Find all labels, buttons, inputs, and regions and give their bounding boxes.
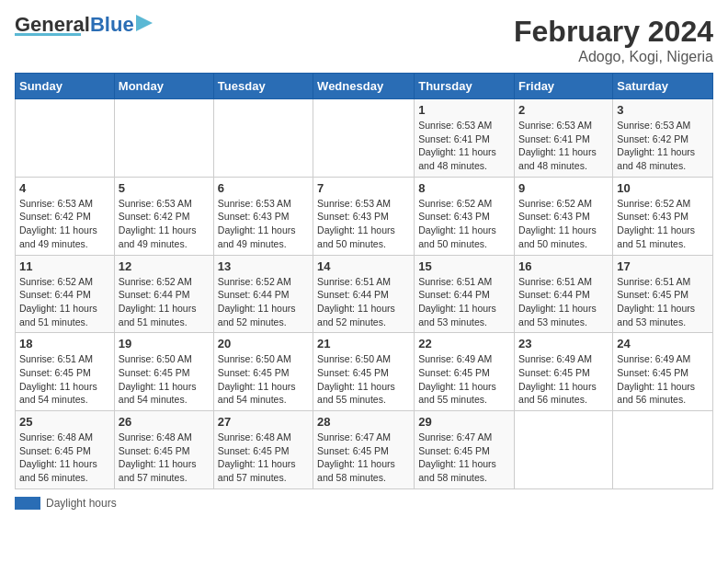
day-info: Sunrise: 6:48 AMSunset: 6:45 PMDaylight:… xyxy=(119,431,210,485)
day-info: Sunrise: 6:47 AMSunset: 6:45 PMDaylight:… xyxy=(418,431,510,485)
day-info: Sunrise: 6:51 AMSunset: 6:45 PMDaylight:… xyxy=(617,275,709,329)
day-info: Sunrise: 6:53 AMSunset: 6:43 PMDaylight:… xyxy=(317,197,410,251)
day-number: 27 xyxy=(218,415,309,429)
logo-text: GeneralBlue xyxy=(15,15,134,35)
day-info: Sunrise: 6:48 AMSunset: 6:45 PMDaylight:… xyxy=(218,431,309,485)
calendar-week-row: 25Sunrise: 6:48 AMSunset: 6:45 PMDayligh… xyxy=(16,411,713,489)
legend-label: Daylight hours xyxy=(46,497,117,510)
day-info: Sunrise: 6:51 AMSunset: 6:44 PMDaylight:… xyxy=(518,275,609,329)
calendar-cell: 7Sunrise: 6:53 AMSunset: 6:43 PMDaylight… xyxy=(313,177,415,255)
day-info: Sunrise: 6:50 AMSunset: 6:45 PMDaylight:… xyxy=(218,352,309,407)
day-number: 11 xyxy=(19,259,110,273)
day-info: Sunrise: 6:53 AMSunset: 6:42 PMDaylight:… xyxy=(119,197,210,251)
day-number: 19 xyxy=(119,337,210,350)
day-info: Sunrise: 6:47 AMSunset: 6:45 PMDaylight:… xyxy=(317,431,410,485)
calendar-cell: 23Sunrise: 6:49 AMSunset: 6:45 PMDayligh… xyxy=(515,333,613,411)
day-number: 14 xyxy=(317,259,410,273)
weekday-header: Sunday xyxy=(16,74,115,99)
day-number: 29 xyxy=(418,415,510,429)
calendar-cell: 24Sunrise: 6:49 AMSunset: 6:45 PMDayligh… xyxy=(613,333,713,411)
weekday-header: Friday xyxy=(515,74,613,99)
day-info: Sunrise: 6:49 AMSunset: 6:45 PMDaylight:… xyxy=(518,352,609,407)
day-info: Sunrise: 6:49 AMSunset: 6:45 PMDaylight:… xyxy=(418,352,510,407)
day-number: 28 xyxy=(317,415,410,429)
day-info: Sunrise: 6:48 AMSunset: 6:45 PMDaylight:… xyxy=(19,431,110,485)
day-number: 22 xyxy=(418,337,510,350)
day-info: Sunrise: 6:52 AMSunset: 6:44 PMDaylight:… xyxy=(119,275,210,329)
calendar-cell: 29Sunrise: 6:47 AMSunset: 6:45 PMDayligh… xyxy=(415,411,515,489)
day-number: 26 xyxy=(119,415,210,429)
calendar-cell: 17Sunrise: 6:51 AMSunset: 6:45 PMDayligh… xyxy=(613,255,713,333)
day-info: Sunrise: 6:49 AMSunset: 6:45 PMDaylight:… xyxy=(617,352,709,407)
calendar-cell: 19Sunrise: 6:50 AMSunset: 6:45 PMDayligh… xyxy=(114,333,213,411)
calendar-cell: 18Sunrise: 6:51 AMSunset: 6:45 PMDayligh… xyxy=(16,333,115,411)
day-number: 9 xyxy=(518,181,609,195)
calendar-cell: 4Sunrise: 6:53 AMSunset: 6:42 PMDaylight… xyxy=(16,177,115,255)
day-number: 12 xyxy=(119,259,210,273)
weekday-header: Tuesday xyxy=(213,74,313,99)
day-number: 21 xyxy=(317,337,410,350)
day-info: Sunrise: 6:52 AMSunset: 6:44 PMDaylight:… xyxy=(19,275,110,329)
calendar-cell: 26Sunrise: 6:48 AMSunset: 6:45 PMDayligh… xyxy=(114,411,213,489)
day-info: Sunrise: 6:53 AMSunset: 6:41 PMDaylight:… xyxy=(518,119,609,173)
logo-icon xyxy=(136,13,154,33)
day-number: 16 xyxy=(518,259,609,273)
calendar-week-row: 11Sunrise: 6:52 AMSunset: 6:44 PMDayligh… xyxy=(16,255,713,333)
day-number: 6 xyxy=(218,181,309,195)
day-number: 10 xyxy=(617,181,709,195)
day-number: 4 xyxy=(19,181,110,195)
calendar-cell: 25Sunrise: 6:48 AMSunset: 6:45 PMDayligh… xyxy=(16,411,115,489)
weekday-header: Wednesday xyxy=(313,74,415,99)
day-info: Sunrise: 6:51 AMSunset: 6:44 PMDaylight:… xyxy=(418,275,510,329)
calendar-cell: 9Sunrise: 6:52 AMSunset: 6:43 PMDaylight… xyxy=(515,177,613,255)
day-number: 8 xyxy=(418,181,510,195)
day-number: 15 xyxy=(418,259,510,273)
calendar-week-row: 18Sunrise: 6:51 AMSunset: 6:45 PMDayligh… xyxy=(16,333,713,411)
calendar-cell: 13Sunrise: 6:52 AMSunset: 6:44 PMDayligh… xyxy=(213,255,313,333)
calendar-cell: 14Sunrise: 6:51 AMSunset: 6:44 PMDayligh… xyxy=(313,255,415,333)
page-header: GeneralBlue February 2024 Adogo, Kogi, N… xyxy=(15,15,713,65)
logo: GeneralBlue xyxy=(15,15,154,36)
calendar-cell xyxy=(613,411,713,489)
legend: Daylight hours xyxy=(15,497,713,510)
calendar-cell: 12Sunrise: 6:52 AMSunset: 6:44 PMDayligh… xyxy=(114,255,213,333)
day-info: Sunrise: 6:51 AMSunset: 6:44 PMDaylight:… xyxy=(317,275,410,329)
calendar-cell: 28Sunrise: 6:47 AMSunset: 6:45 PMDayligh… xyxy=(313,411,415,489)
day-info: Sunrise: 6:53 AMSunset: 6:42 PMDaylight:… xyxy=(19,197,110,251)
day-number: 23 xyxy=(518,337,609,350)
calendar-cell: 20Sunrise: 6:50 AMSunset: 6:45 PMDayligh… xyxy=(213,333,313,411)
day-number: 24 xyxy=(617,337,709,350)
calendar-cell: 5Sunrise: 6:53 AMSunset: 6:42 PMDaylight… xyxy=(114,177,213,255)
day-info: Sunrise: 6:51 AMSunset: 6:45 PMDaylight:… xyxy=(19,352,110,407)
day-info: Sunrise: 6:53 AMSunset: 6:43 PMDaylight:… xyxy=(218,197,309,251)
calendar-cell xyxy=(313,99,415,178)
svg-marker-0 xyxy=(136,15,153,31)
calendar-cell: 11Sunrise: 6:52 AMSunset: 6:44 PMDayligh… xyxy=(16,255,115,333)
page-title: February 2024 xyxy=(514,15,713,49)
weekday-header: Thursday xyxy=(415,74,515,99)
calendar-cell: 3Sunrise: 6:53 AMSunset: 6:42 PMDaylight… xyxy=(613,99,713,178)
calendar-table: SundayMondayTuesdayWednesdayThursdayFrid… xyxy=(15,73,713,489)
day-number: 20 xyxy=(218,337,309,350)
calendar-cell: 6Sunrise: 6:53 AMSunset: 6:43 PMDaylight… xyxy=(213,177,313,255)
title-block: February 2024 Adogo, Kogi, Nigeria xyxy=(514,15,713,65)
day-number: 3 xyxy=(617,103,709,117)
day-info: Sunrise: 6:53 AMSunset: 6:41 PMDaylight:… xyxy=(418,119,510,173)
calendar-cell: 10Sunrise: 6:52 AMSunset: 6:43 PMDayligh… xyxy=(613,177,713,255)
day-info: Sunrise: 6:52 AMSunset: 6:44 PMDaylight:… xyxy=(218,275,309,329)
day-number: 2 xyxy=(518,103,609,117)
calendar-cell: 8Sunrise: 6:52 AMSunset: 6:43 PMDaylight… xyxy=(415,177,515,255)
legend-color-box xyxy=(15,497,40,510)
calendar-cell: 15Sunrise: 6:51 AMSunset: 6:44 PMDayligh… xyxy=(415,255,515,333)
day-number: 17 xyxy=(617,259,709,273)
day-info: Sunrise: 6:50 AMSunset: 6:45 PMDaylight:… xyxy=(119,352,210,407)
calendar-cell xyxy=(114,99,213,178)
day-number: 25 xyxy=(19,415,110,429)
weekday-header: Saturday xyxy=(613,74,713,99)
day-number: 7 xyxy=(317,181,410,195)
day-info: Sunrise: 6:53 AMSunset: 6:42 PMDaylight:… xyxy=(617,119,709,173)
calendar-cell xyxy=(16,99,115,178)
day-number: 18 xyxy=(19,337,110,350)
calendar-cell: 27Sunrise: 6:48 AMSunset: 6:45 PMDayligh… xyxy=(213,411,313,489)
header-row: SundayMondayTuesdayWednesdayThursdayFrid… xyxy=(16,74,713,99)
